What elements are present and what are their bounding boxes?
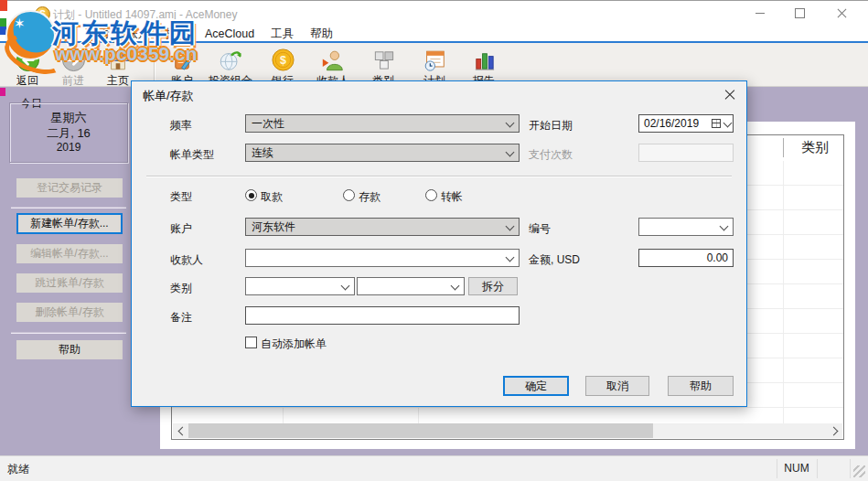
status-bar: 就绪 NUM (0, 455, 868, 481)
deposit-radio-label[interactable]: 存款 (359, 189, 380, 205)
sidebar-help-button[interactable]: 帮助 (16, 340, 123, 359)
menu-keyline (0, 41, 868, 43)
bank-icon: $ (257, 47, 308, 73)
chevron-down-icon (341, 281, 350, 290)
today-year: 2019 (9, 141, 128, 154)
categories-icon (358, 47, 409, 73)
chevron-right-icon (829, 426, 838, 435)
split-button[interactable]: 拆分 (468, 277, 518, 295)
chevron-left-icon (177, 426, 187, 435)
resize-grip[interactable] (853, 465, 865, 477)
close-icon (837, 8, 847, 18)
deposit-radio[interactable] (343, 189, 355, 201)
memo-label: 备注 (170, 310, 192, 326)
menu-tools[interactable]: 工具 (263, 25, 302, 43)
payment-count-label: 支付次数 (529, 147, 573, 163)
chevron-down-icon (506, 147, 515, 156)
minimize-button[interactable] (739, 1, 780, 26)
chevron-down-icon (506, 221, 515, 230)
account-select[interactable]: 河东软件 (245, 218, 520, 236)
delete-bill-button[interactable]: 删除帐单/存款 (16, 303, 123, 322)
close-icon (724, 89, 735, 100)
maximize-button[interactable] (779, 1, 820, 26)
horizontal-scrollbar[interactable] (173, 423, 842, 438)
menu-view[interactable]: 查看 (79, 25, 118, 43)
header-column-divider (783, 138, 784, 157)
menu-acecloud[interactable]: AceCloud (197, 25, 263, 43)
window-title: 计划 - Untitled 14097.amj - AceMoney (53, 7, 237, 23)
menu-bar: 文件 编辑 查看 账户 报告 AceCloud 工具 帮助 (0, 25, 868, 43)
schedule-icon (409, 47, 460, 73)
category-label: 类别 (170, 281, 192, 296)
frequency-label: 频率 (170, 118, 192, 134)
cancel-button[interactable]: 取消 (585, 376, 649, 396)
status-divider (850, 459, 851, 478)
sidebar-separator-bottom (11, 332, 126, 334)
payees-icon (307, 47, 359, 73)
menu-help[interactable]: 帮助 (302, 25, 341, 43)
type-label: 类型 (170, 189, 192, 205)
minimize-icon (755, 13, 765, 14)
status-divider (817, 459, 818, 478)
chevron-down-icon (720, 221, 729, 230)
scroll-left-button[interactable] (173, 423, 188, 438)
bill-type-select[interactable]: 连续 (245, 144, 520, 162)
home-icon (92, 47, 144, 73)
auto-add-checkbox[interactable] (245, 337, 257, 348)
bill-deposit-dialog: 帐单/存款 频率 一次性 开始日期 02/16/2019 帐单类型 连续 支付次… (131, 80, 747, 407)
account-label: 账户 (170, 221, 192, 237)
watermark-color-square (0, 88, 5, 96)
payee-select[interactable] (245, 249, 520, 267)
category-select[interactable] (245, 277, 355, 295)
withdraw-radio[interactable] (245, 189, 257, 201)
svg-text:$: $ (280, 54, 286, 67)
number-select[interactable] (638, 218, 734, 236)
amount-input[interactable]: 0.00 (638, 249, 734, 267)
menu-accounts[interactable]: 账户 (118, 25, 157, 43)
star-icon: ✶ (14, 16, 26, 32)
status-num-indicator: NUM (778, 462, 815, 475)
accounts-icon (156, 47, 208, 73)
chevron-down-icon (451, 281, 460, 290)
subcategory-select[interactable] (357, 277, 465, 295)
title-bar: S 计划 - Untitled 14097.amj - AceMoney (0, 0, 868, 25)
help-button[interactable]: 帮助 (668, 376, 734, 396)
skip-bill-button[interactable]: 跳过账单/存款 (16, 273, 123, 293)
maximize-icon (795, 8, 805, 18)
portfolio-icon (205, 47, 256, 73)
withdraw-radio-label[interactable]: 取款 (261, 189, 283, 205)
new-bill-button[interactable]: 新建帐单/存款... (16, 213, 123, 234)
dialog-title: 帐单/存款 (143, 88, 194, 104)
watermark-color-square (0, 0, 7, 11)
start-date-label: 开始日期 (529, 118, 573, 134)
dialog-close-button[interactable] (715, 84, 745, 104)
column-header-category[interactable]: 类别 (787, 139, 843, 156)
register-transaction-button[interactable]: 登记交易记录 (16, 178, 123, 198)
toolbar-separator (154, 48, 155, 81)
scroll-right-button[interactable] (827, 423, 842, 438)
chevron-down-icon (506, 118, 515, 127)
dialog-title-bar: 帐单/存款 (132, 81, 746, 107)
calendar-icon (712, 119, 721, 128)
start-date-input[interactable]: 02/16/2019 (638, 114, 734, 133)
today-weekday: 星期六 (9, 110, 128, 126)
payee-label: 收款人 (170, 252, 203, 268)
watermark-logo-icon: ✶ (5, 10, 56, 60)
transfer-radio[interactable] (425, 189, 437, 201)
watermark-color-square (0, 18, 6, 27)
dialog-separator (146, 176, 732, 177)
payment-count-input (638, 144, 734, 162)
edit-bill-button[interactable]: 编辑帐单/存款... (16, 244, 123, 263)
transfer-radio-label[interactable]: 转帐 (441, 189, 463, 205)
memo-input[interactable] (245, 306, 520, 325)
chevron-down-icon (723, 118, 733, 127)
number-label: 编号 (529, 221, 551, 237)
close-button[interactable] (821, 1, 863, 26)
auto-add-label[interactable]: 自动添加帐单 (261, 337, 327, 352)
frequency-select[interactable]: 一次性 (245, 114, 520, 133)
ok-button[interactable]: 确定 (503, 376, 569, 396)
status-divider (777, 459, 777, 478)
menu-reports[interactable]: 报告 (157, 25, 197, 43)
scrollbar-thumb[interactable] (188, 423, 653, 438)
reports-icon (458, 47, 509, 73)
